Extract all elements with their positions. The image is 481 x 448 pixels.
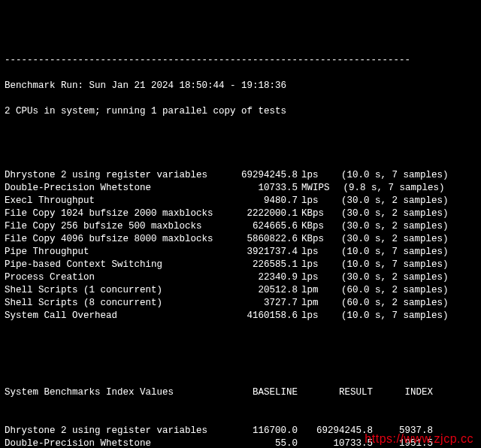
test-value: 22340.9	[230, 271, 298, 284]
test-value: 10733.5	[230, 182, 298, 195]
test-timing: (60.0 s, 2 samples)	[328, 297, 476, 310]
test-value: 624665.6	[230, 220, 298, 233]
index-name: Double-Precision Whetstone	[5, 437, 230, 448]
test-name: Pipe-based Context Switching	[5, 259, 230, 271]
test-value: 3727.7	[230, 297, 298, 310]
test-unit: lps	[298, 310, 328, 322]
test-row: Dhrystone 2 using register variables6929…	[5, 169, 476, 182]
test-timing: (10.0 s, 7 samples)	[328, 259, 476, 271]
horizontal-rule-top: ----------------------------------------…	[5, 54, 476, 67]
test-value: 3921737.4	[230, 246, 298, 259]
test-unit: MWIPS	[298, 182, 330, 195]
test-name: File Copy 1024 bufsize 2000 maxblocks	[5, 207, 230, 220]
test-timing: (30.0 s, 2 samples)	[328, 220, 476, 233]
test-timing: (30.0 s, 2 samples)	[328, 271, 476, 284]
test-unit: KBps	[298, 220, 328, 233]
index-header-row: System Benchmarks Index Values BASELINE …	[5, 386, 476, 399]
benchmark-run-line: Benchmark Run: Sun Jan 21 2024 18:50:44 …	[5, 80, 476, 92]
test-value: 69294245.8	[230, 169, 298, 182]
test-row: File Copy 256 bufsize 500 maxblocks62466…	[5, 220, 476, 233]
blank-line	[5, 348, 476, 361]
test-unit: lps	[298, 169, 328, 182]
index-header-result: RESULT	[298, 386, 373, 399]
test-unit: lps	[298, 259, 328, 271]
test-name: Shell Scripts (1 concurrent)	[5, 284, 230, 297]
test-unit: lps	[298, 246, 328, 259]
test-value: 20512.8	[230, 284, 298, 297]
test-timing: (30.0 s, 2 samples)	[328, 233, 476, 246]
index-baseline: 55.0	[230, 437, 298, 448]
test-name: File Copy 256 bufsize 500 maxblocks	[5, 220, 230, 233]
test-unit: lpm	[298, 297, 328, 310]
test-timing: (10.0 s, 7 samples)	[328, 169, 476, 182]
blank-line	[5, 131, 476, 144]
test-value: 9480.7	[230, 195, 298, 207]
test-name: Shell Scripts (8 concurrent)	[5, 297, 230, 310]
test-timing: (9.8 s, 7 samples)	[330, 182, 476, 195]
index-header-title: System Benchmarks Index Values	[5, 386, 230, 399]
test-row: Execl Throughput9480.7lps(30.0 s, 2 samp…	[5, 195, 476, 207]
test-timing: (30.0 s, 2 samples)	[328, 207, 476, 220]
index-result: 69294245.8	[298, 425, 373, 437]
test-row: Double-Precision Whetstone10733.5MWIPS(9…	[5, 182, 476, 195]
test-timing: (10.0 s, 7 samples)	[328, 310, 476, 322]
test-row: Pipe-based Context Switching226585.1lps(…	[5, 259, 476, 271]
index-header-baseline: BASELINE	[230, 386, 298, 399]
test-value: 226585.1	[230, 259, 298, 271]
test-name: Process Creation	[5, 271, 230, 284]
test-name: Dhrystone 2 using register variables	[5, 169, 230, 182]
index-result: 10733.5	[298, 437, 373, 448]
test-value: 4160158.6	[230, 310, 298, 322]
test-unit: lps	[298, 271, 328, 284]
watermark-url: https://www.zjcp.cc	[365, 432, 473, 445]
test-unit: KBps	[298, 207, 328, 220]
cpu-info-line: 2 CPUs in system; running 1 parallel cop…	[5, 105, 476, 118]
test-row: System Call Overhead4160158.6lps(10.0 s,…	[5, 310, 476, 322]
test-name: Pipe Throughput	[5, 246, 230, 259]
test-value: 2222000.1	[230, 207, 298, 220]
test-name: Execl Throughput	[5, 195, 230, 207]
test-timing: (60.0 s, 2 samples)	[328, 284, 476, 297]
test-row: File Copy 4096 bufsize 8000 maxblocks586…	[5, 233, 476, 246]
test-unit: lpm	[298, 284, 328, 297]
index-name: Dhrystone 2 using register variables	[5, 425, 230, 437]
test-unit: lps	[298, 195, 328, 207]
test-row: Shell Scripts (1 concurrent)20512.8lpm(6…	[5, 284, 476, 297]
test-value: 5860822.6	[230, 233, 298, 246]
test-name: System Call Overhead	[5, 310, 230, 322]
test-unit: KBps	[298, 233, 328, 246]
test-row: Pipe Throughput3921737.4lps(10.0 s, 7 sa…	[5, 246, 476, 259]
test-results-block: Dhrystone 2 using register variables6929…	[5, 169, 476, 322]
test-timing: (10.0 s, 7 samples)	[328, 246, 476, 259]
test-row: Process Creation22340.9lps(30.0 s, 2 sam…	[5, 271, 476, 284]
test-row: File Copy 1024 bufsize 2000 maxblocks222…	[5, 207, 476, 220]
index-baseline: 116700.0	[230, 425, 298, 437]
test-name: File Copy 4096 bufsize 8000 maxblocks	[5, 233, 230, 246]
test-row: Shell Scripts (8 concurrent)3727.7lpm(60…	[5, 297, 476, 310]
test-name: Double-Precision Whetstone	[5, 182, 230, 195]
test-timing: (30.0 s, 2 samples)	[328, 195, 476, 207]
index-header-index: INDEX	[373, 386, 433, 399]
